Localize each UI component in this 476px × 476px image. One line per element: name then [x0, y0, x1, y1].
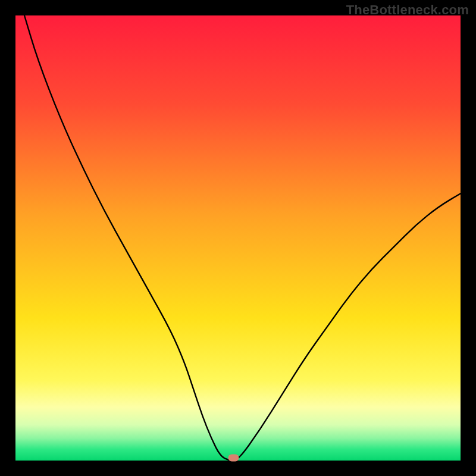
chart-background — [15, 15, 461, 461]
chart-frame: TheBottleneck.com — [0, 0, 476, 476]
watermark-text: TheBottleneck.com — [346, 2, 469, 18]
bottleneck-chart — [0, 0, 476, 476]
optimal-point-marker — [228, 455, 239, 462]
